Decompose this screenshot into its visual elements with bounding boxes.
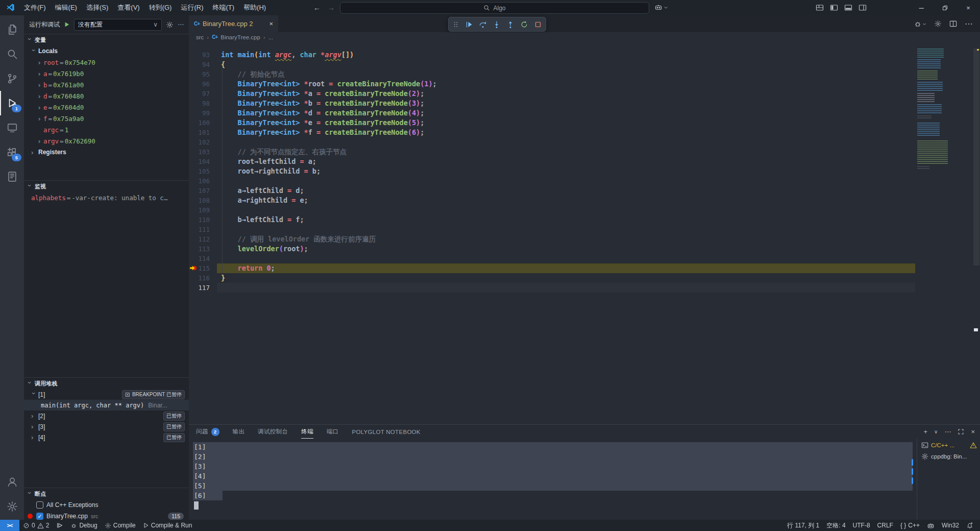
menu-item[interactable]: 查看(V) (113, 0, 144, 15)
variable-row[interactable]: ›root = 0x754e70 (24, 57, 189, 68)
variables-header[interactable]: › 变量 (24, 34, 189, 45)
menu-item[interactable]: 终端(T) (208, 0, 239, 15)
back-button[interactable]: ← (312, 3, 322, 12)
variable-row[interactable]: argc = 1 (24, 124, 189, 135)
copilot-icon[interactable] (654, 3, 668, 11)
compile-run-task-button[interactable]: Compile & Run (139, 520, 196, 531)
run-status-icon[interactable] (53, 520, 67, 531)
breakpoint-row[interactable]: All C++ Exceptions (24, 499, 189, 511)
callstack-header[interactable]: › 调用堆栈 (24, 378, 189, 389)
restore-button[interactable] (933, 0, 957, 15)
remote-indicator[interactable]: >< (0, 520, 19, 531)
watch-header[interactable]: › 监视 (24, 181, 189, 192)
toggle-secondary-sidebar-icon[interactable] (859, 4, 867, 12)
minimize-button[interactable]: ─ (910, 0, 933, 15)
close-button[interactable]: × (957, 0, 980, 15)
breakpoint-checkbox[interactable] (36, 501, 43, 509)
cursor-position[interactable]: 行 117, 列 1 (783, 520, 823, 531)
step-over-button[interactable] (479, 20, 487, 29)
maximize-panel-icon[interactable] (958, 428, 964, 435)
encoding[interactable]: UTF-8 (849, 520, 874, 531)
step-into-button[interactable] (493, 20, 501, 29)
problems-status[interactable]: 0 2 (19, 520, 53, 531)
panel-tab[interactable]: 调试控制台 (258, 425, 288, 439)
scrollbar[interactable] (973, 42, 980, 425)
terminal[interactable]: [1][2][3][4][5][6] (193, 442, 912, 520)
notifications-bell-icon[interactable] (963, 520, 977, 531)
close-panel-icon[interactable]: × (971, 428, 975, 436)
gear-icon[interactable] (166, 21, 174, 29)
callstack-frame[interactable]: ›[1]BREAKPOINT 已暂停 (24, 389, 189, 400)
breadcrumb-folder[interactable]: src (196, 34, 204, 40)
more-actions-icon[interactable]: ⋯ (944, 428, 951, 436)
panel-tab[interactable]: 输出 (233, 425, 245, 439)
notebook-icon[interactable] (0, 164, 24, 189)
menu-item[interactable]: 运行(R) (176, 0, 208, 15)
panel-tab[interactable]: 问题2 (196, 425, 219, 439)
toggle-sidebar-icon[interactable] (830, 4, 838, 12)
stack-frame-main[interactable]: main(int argc, char ** argv)Binar... (24, 400, 189, 411)
stop-button[interactable] (534, 20, 542, 29)
split-editor-icon[interactable] (949, 20, 957, 28)
variable-row[interactable]: ›f = 0x75a9a0 (24, 113, 189, 124)
terminal-session-item[interactable]: cppdbg: Bin... (917, 451, 980, 462)
start-debug-icon[interactable] (64, 21, 70, 28)
panel-tab[interactable]: POLYGLOT NOTEBOOK (352, 425, 420, 439)
debug-config-dropdown[interactable]: 没有配置 ∨ (74, 19, 162, 31)
panel-tab[interactable]: 端口 (327, 425, 339, 439)
robot-icon[interactable] (923, 520, 938, 531)
compile-task-button[interactable]: Compile (101, 520, 139, 531)
breakpoint-checkbox[interactable]: ✓ (36, 513, 43, 520)
panel-tab[interactable]: 终端 (301, 425, 313, 439)
breadcrumb-symbol[interactable]: ... (268, 34, 274, 40)
settings-icon[interactable] (0, 494, 24, 519)
callstack-frame[interactable]: ›[2]已暂停 (24, 411, 189, 421)
indentation[interactable]: 空格: 4 (823, 520, 849, 531)
variables-scope[interactable]: ›Locals (24, 45, 189, 57)
variable-row[interactable]: ›a = 0x7619b0 (24, 68, 189, 79)
variables-scope[interactable]: ›Registers (24, 147, 189, 158)
debug-task-button[interactable]: Debug (67, 520, 101, 531)
more-actions-icon[interactable]: ⋯ (178, 21, 184, 28)
current-breakpoint-icon[interactable] (189, 264, 198, 272)
command-center[interactable]: Algo (340, 2, 649, 14)
breakpoints-header[interactable]: › 断点 (24, 488, 189, 499)
variable-row[interactable]: ›d = 0x760480 (24, 90, 189, 102)
toggle-panel-icon[interactable] (844, 4, 852, 12)
language-mode[interactable]: { } C++ (897, 520, 923, 531)
menu-item[interactable]: 帮助(H) (239, 0, 271, 15)
variable-row[interactable]: ›argv = 0x762690 (24, 135, 189, 147)
terminal-session-item[interactable]: C/C++ ... (917, 440, 980, 451)
callstack-frame[interactable]: ›[4]已暂停 (24, 432, 189, 443)
explorer-icon[interactable] (0, 17, 24, 42)
accounts-icon[interactable] (0, 470, 24, 494)
continue-button[interactable] (465, 20, 473, 29)
remote-explorer-icon[interactable] (0, 115, 24, 140)
drag-grip-icon[interactable] (452, 21, 459, 28)
source-control-icon[interactable] (0, 66, 24, 91)
menu-item[interactable]: 编辑(E) (51, 0, 82, 15)
variable-row[interactable]: ›b = 0x761a00 (24, 79, 189, 90)
new-terminal-icon[interactable]: + (923, 428, 927, 436)
scrollbar-thumb[interactable] (973, 49, 979, 266)
extensions-icon[interactable]: 5 (0, 140, 24, 164)
close-tab-icon[interactable]: × (269, 20, 273, 28)
menu-item[interactable]: 转到(G) (144, 0, 177, 15)
forward-button[interactable]: → (327, 3, 336, 12)
callstack-frame[interactable]: ›[3]已暂停 (24, 421, 189, 432)
customize-layout-icon[interactable] (816, 4, 824, 12)
run-debug-icon[interactable]: 1 (0, 91, 24, 115)
menu-item[interactable]: 选择(S) (82, 0, 113, 15)
code-editor[interactable]: 93int main(int argc, char *argv[])94{95 … (189, 42, 980, 425)
watch-row[interactable]: alphabets = -var-create: unable to cre (24, 192, 189, 203)
tab-binarytree-cpp[interactable]: C+ BinaryTree.cpp 2 × (189, 15, 278, 32)
platform-status[interactable]: Win32 (938, 520, 963, 531)
breakpoint-row[interactable]: ✓BinaryTree.cppsrc115 (24, 511, 189, 520)
eol-sequence[interactable]: CRLF (874, 520, 897, 531)
gear-icon[interactable] (934, 20, 942, 28)
breadcrumb-file[interactable]: BinaryTree.cpp (220, 34, 260, 40)
more-actions-icon[interactable]: ⋯ (965, 19, 973, 29)
run-debug-dropdown-icon[interactable] (914, 20, 926, 28)
variable-row[interactable]: ›e = 0x7604d0 (24, 102, 189, 113)
search-icon[interactable] (0, 42, 24, 66)
